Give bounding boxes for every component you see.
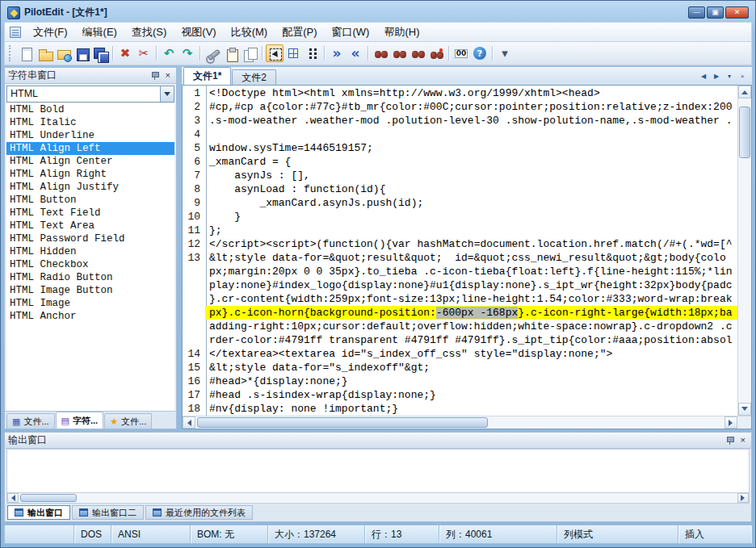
replace-in-files-icon[interactable] [427, 44, 445, 62]
menu-help[interactable]: 帮助(H) [376, 23, 426, 41]
string-list-item[interactable]: HTML Image [6, 297, 174, 310]
tools-icon[interactable] [204, 44, 221, 62]
line-text[interactable]: #head>*{display:none;} [205, 374, 737, 388]
output-content[interactable] [6, 449, 750, 492]
line-text[interactable]: }.cr-content{width:259px;font-size:13px;… [205, 292, 737, 306]
open-file-icon[interactable] [36, 44, 53, 62]
redo-icon[interactable]: ↷ [178, 44, 196, 62]
output-tab-recent-files[interactable]: 最近使用的文件列表 [145, 505, 253, 520]
line-text[interactable]: .s-mod-weather .weather-mod .polution-le… [205, 114, 737, 128]
vertical-scroll-thumb[interactable] [739, 107, 750, 158]
line-text[interactable] [205, 128, 737, 141]
string-list-item[interactable]: HTML Checkbox [6, 258, 174, 271]
line-text[interactable]: play:none}#index_logo{display:none}#u1{d… [205, 278, 737, 292]
string-list-item[interactable]: HTML Password Field [6, 232, 174, 245]
editor-tab-2[interactable]: 文件2 [232, 69, 276, 85]
line-text[interactable]: &lt;style data-for=&quot;result&quot; id… [205, 251, 737, 265]
line-text[interactable]: #nv{display: none !important;} [205, 402, 737, 416]
pin-icon[interactable] [150, 70, 160, 81]
string-list[interactable]: HTML BoldHTML ItalicHTML UnderlineHTML A… [6, 103, 174, 411]
line-text[interactable]: px;margin:20px 0 0 35px}.to_tieba .c-ico… [205, 265, 737, 278]
output-tab-output1[interactable]: 输出窗口 [7, 505, 70, 520]
hex-edit-icon[interactable] [284, 44, 302, 62]
scroll-down-button[interactable] [738, 403, 751, 416]
line-text[interactable]: window.sysTime=1446519157; [205, 141, 737, 155]
tab-close-icon[interactable]: × [737, 71, 748, 82]
goto-offset-icon[interactable]: 00 [452, 44, 470, 62]
string-list-item[interactable]: HTML Button [6, 194, 174, 207]
line-text[interactable]: }; [205, 224, 737, 237]
open-ftp-icon[interactable] [54, 44, 72, 62]
string-list-item[interactable]: HTML Radio Button [6, 271, 174, 284]
line-text[interactable]: &lt;style data-for="s_indexoff"&gt; [205, 361, 737, 374]
sidebar-tab-files[interactable]: ▦文件... [6, 413, 55, 429]
line-text[interactable]: } [205, 210, 737, 224]
close-file-icon[interactable]: ✖ [116, 44, 134, 62]
menu-config[interactable]: 配置(P) [275, 23, 324, 41]
tab-scroll-left-icon[interactable]: ◀ [698, 71, 709, 82]
string-list-item[interactable]: HTML Align Right [6, 168, 174, 181]
menu-view[interactable]: 视图(V) [174, 23, 223, 41]
line-text[interactable]: </textarea><textarea id="s_index_off_css… [205, 347, 737, 361]
toolbar-options-icon[interactable]: ▾ [496, 44, 514, 62]
line-text[interactable]: #head .s-isindex-wrap{display:none;} [205, 388, 737, 402]
minimize-button[interactable]: — [688, 6, 705, 19]
line-text[interactable]: _xmanCard.asynJs.push(id); [205, 196, 737, 210]
string-list-item[interactable]: HTML Text Field [6, 207, 174, 220]
line-text[interactable]: adding-right:10px;cursor:default;overflo… [205, 320, 737, 333]
save-icon[interactable] [73, 44, 90, 62]
sidebar-tab-favorites[interactable]: ★文件... [104, 413, 152, 429]
save-all-icon[interactable] [91, 44, 109, 62]
vertical-splitter[interactable] [177, 67, 179, 429]
line-text[interactable]: asynLoad : function(id){ [205, 182, 737, 196]
editor-lines[interactable]: 1<!Doctype html><html xmlns=http://www.w… [183, 86, 737, 416]
menu-file[interactable]: 文件(F) [26, 23, 75, 41]
string-list-item[interactable]: HTML Align Justify [6, 181, 174, 194]
editor-tab-1[interactable]: 文件1* [183, 67, 231, 85]
string-list-item[interactable]: HTML Anchor [6, 310, 174, 323]
string-list-item[interactable]: HTML Align Center [6, 155, 174, 168]
line-text[interactable]: asynJs : [], [205, 169, 737, 182]
scroll-right-button[interactable] [724, 416, 737, 429]
string-list-item[interactable]: HTML Text Area [6, 220, 174, 232]
find-icon[interactable] [372, 44, 389, 62]
prev-diff-icon[interactable]: « [346, 44, 364, 62]
output-tab-output2[interactable]: 输出窗口二 [72, 505, 144, 520]
horizontal-scroll-track[interactable] [195, 416, 724, 429]
output-scroll-track[interactable] [19, 493, 737, 503]
new-file-icon[interactable] [17, 44, 35, 62]
restore-button[interactable]: ▣ [707, 6, 724, 19]
sidebar-tab-strings[interactable]: ▤字符... [56, 412, 104, 429]
menu-compare[interactable]: 比较(M) [224, 23, 275, 41]
menu-search[interactable]: 查找(S) [124, 23, 174, 41]
replace-icon[interactable] [409, 44, 426, 62]
horizontal-scroll-thumb[interactable] [197, 417, 488, 428]
scroll-left-button[interactable] [7, 493, 19, 503]
string-category-dropdown[interactable]: HTML [6, 86, 174, 102]
column-select-icon[interactable] [266, 44, 284, 62]
vertical-scrollbar[interactable] [737, 86, 751, 416]
toolbar-grip[interactable] [9, 45, 13, 61]
string-list-item[interactable]: HTML Align Left [6, 142, 174, 155]
string-list-item[interactable]: HTML Italic [6, 116, 174, 129]
scroll-right-button[interactable] [737, 493, 749, 503]
output-scroll-thumb[interactable] [20, 494, 77, 502]
document-system-menu-icon[interactable] [10, 27, 21, 38]
dropdown-arrow-icon[interactable] [160, 86, 174, 102]
line-text[interactable]: _xmanCard = { [205, 155, 737, 169]
panel-close-icon[interactable]: × [738, 435, 748, 446]
menu-edit[interactable]: 编辑(E) [75, 23, 124, 41]
string-list-item[interactable]: HTML Image Button [6, 284, 174, 297]
char-pair-icon[interactable] [303, 44, 321, 62]
find-in-files-icon[interactable] [390, 44, 408, 62]
line-text[interactable]: #cp,#cp a{color:#77c}#tb_mr{color:#00C;c… [205, 100, 737, 114]
paste-icon[interactable] [222, 44, 240, 62]
output-horizontal-scrollbar[interactable] [6, 492, 750, 504]
panel-close-icon[interactable]: × [163, 70, 173, 81]
help-icon[interactable]: ? [471, 44, 489, 62]
tab-scroll-right-icon[interactable]: ▶ [711, 71, 722, 82]
scroll-up-button[interactable] [738, 86, 751, 98]
string-list-item[interactable]: HTML Hidden [6, 245, 174, 258]
string-list-item[interactable]: HTML Underline [6, 129, 174, 142]
scroll-left-button[interactable] [183, 416, 195, 429]
